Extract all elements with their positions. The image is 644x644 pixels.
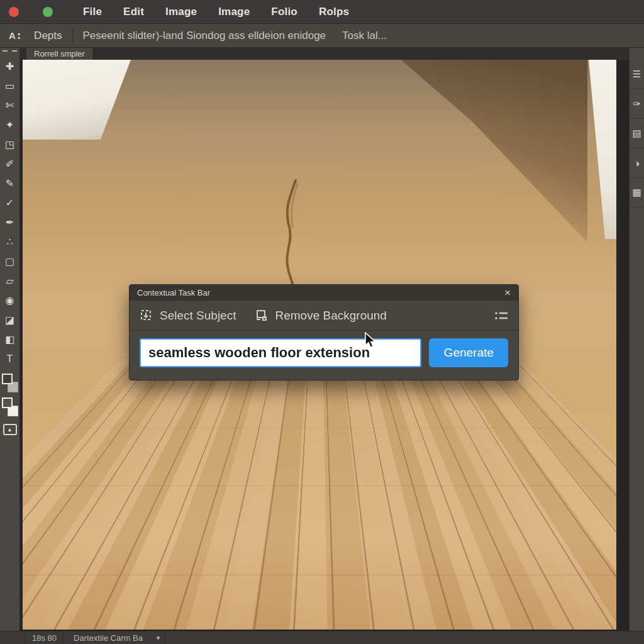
menu-edit[interactable]: Edit (123, 6, 144, 18)
floor-crack-detail (277, 179, 308, 292)
select-subject-icon (140, 309, 153, 323)
options-settings-text: Peseenit slidter)-land Siondog ass ellde… (83, 30, 326, 42)
tools-panel: ✚ ▭ ✄ ✦ ◳ ✐ ✎ ✓ ✒ ∴ ▢ ▱ ◉ ◪ ◧ T ▲ (0, 48, 20, 631)
gradient-tool-icon[interactable]: ◧ (1, 330, 19, 349)
window-close-dot[interactable] (9, 7, 19, 17)
menu-folio[interactable]: Folio (271, 6, 297, 18)
task-bar-actions-row: Select Subject Remove Background (130, 301, 518, 331)
chevron-down-icon: ▾ (157, 634, 160, 642)
document-tab-title: Rorrell smpler (34, 49, 85, 58)
options-tool-label: Depts (34, 30, 62, 42)
eraser-tool-icon[interactable]: ◪ (1, 310, 19, 330)
generate-button[interactable]: Generate (429, 338, 508, 367)
layers-panel-icon[interactable]: ☰ (630, 60, 644, 89)
zoom-level-field[interactable]: 18s 80 (25, 631, 64, 644)
task-bar-header[interactable]: Contextual Task Bar × (130, 285, 518, 301)
image-thumbnail-icon[interactable]: ▲ (3, 424, 17, 435)
generative-prompt-input[interactable] (140, 338, 421, 367)
sample-tool-icon[interactable]: ∴ (1, 232, 19, 252)
options-bar: A ▪▪ Depts Peseenit slidter)-land Siondo… (0, 24, 644, 48)
secondary-color-swatches[interactable] (2, 397, 18, 416)
select-subject-label: Select Subject (160, 309, 236, 323)
crop-tool-icon[interactable]: ▢ (1, 252, 19, 271)
brush-tool-icon[interactable]: ✎ (1, 174, 19, 193)
document-tab-bar: Rorrell smpler (20, 48, 629, 60)
magic-wand-tool-icon[interactable]: ✦ (1, 115, 19, 135)
foreground-color-swatch-2[interactable] (2, 397, 13, 408)
type-tool-icon[interactable]: T (1, 349, 19, 369)
menu-rolps[interactable]: Rolps (319, 6, 349, 18)
eyedropper-tool-icon[interactable]: ✐ (1, 154, 19, 174)
window-minimize-dot[interactable] (43, 7, 53, 17)
foreground-color-swatch[interactable] (2, 374, 13, 384)
path-select-tool-icon[interactable]: ✓ (1, 193, 19, 213)
channels-panel-icon[interactable]: ▦ (630, 178, 644, 208)
foreground-background-swatches[interactable] (2, 374, 18, 392)
marquee-tool-icon[interactable]: ▭ (1, 76, 19, 96)
remove-background-button[interactable]: Remove Background (255, 309, 386, 323)
task-bar-prompt-row: Generate (130, 331, 518, 380)
task-bar-options-menu-icon[interactable] (494, 310, 508, 321)
document-tab[interactable]: Rorrell smpler (26, 48, 92, 60)
menu-file[interactable]: File (83, 6, 102, 18)
status-dropdown-label: Dartextile Carm Ba (74, 633, 143, 643)
shape-tool-icon[interactable]: ▱ (1, 271, 19, 291)
contextual-task-bar: Contextual Task Bar × Select Subject Rem… (129, 284, 519, 380)
menu-image[interactable]: Image (165, 6, 197, 18)
options-overflow-button[interactable]: Tosk lal... (342, 30, 387, 42)
select-subject-button[interactable]: Select Subject (140, 309, 236, 323)
close-icon[interactable]: × (504, 287, 511, 298)
frame-tool-icon[interactable]: ◳ (1, 135, 19, 154)
options-separator (72, 28, 73, 43)
clone-stamp-tool-icon[interactable]: ◉ (1, 291, 19, 310)
pen-tool-icon[interactable]: ✒ (1, 213, 19, 232)
properties-panel-icon[interactable]: ▤ (630, 119, 644, 148)
remove-background-icon (255, 309, 269, 323)
tool-preset-icon[interactable]: A ▪▪ (9, 30, 20, 41)
brushes-panel-icon[interactable]: ✑ (630, 89, 644, 119)
right-panel-strip: ☰ ✑ ▤ ◑ ▦ (629, 48, 644, 631)
photo-editor-app: File Edit Image Image Folio Rolps A ▪▪ D… (0, 0, 644, 644)
move-tool-icon[interactable]: ✚ (1, 57, 19, 76)
status-info-dropdown[interactable]: Dartextile Carm Ba ▾ (69, 631, 165, 644)
lasso-tool-icon[interactable]: ✄ (1, 96, 19, 115)
status-bar: 18s 80 Dartextile Carm Ba ▾ (0, 631, 644, 644)
menu-image-2[interactable]: Image (218, 6, 250, 18)
task-bar-title: Contextual Task Bar (137, 288, 210, 297)
remove-background-label: Remove Background (275, 309, 386, 323)
adjustments-panel-icon[interactable]: ◑ (630, 148, 644, 178)
menu-bar: File Edit Image Image Folio Rolps (0, 0, 644, 24)
tools-panel-handle[interactable] (0, 48, 19, 57)
